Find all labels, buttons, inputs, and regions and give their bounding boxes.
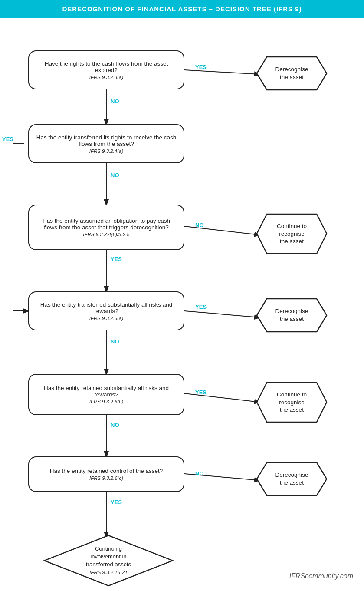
decision-box-5: Has the entity retained substantially al… (28, 374, 184, 415)
decision-box-2: Has the entity transferred its rights to… (28, 124, 184, 163)
outcome-continuing-involvement: Continuinginvolvement intransferred asse… (43, 535, 174, 587)
label-no-2: NO (111, 172, 119, 178)
label-yes-4: YES (195, 304, 207, 310)
label-no-6: NO (195, 470, 204, 477)
svg-line-6 (184, 70, 259, 74)
decision-box-4: Has the entity transferred substantially… (28, 291, 184, 330)
label-yes-3: YES (111, 256, 122, 262)
decision-box-3: Has the entity assumed an obligation to … (28, 205, 184, 250)
decision-box-6: Has the entity retained control of the a… (28, 456, 184, 492)
label-yes-1: YES (195, 64, 207, 70)
outcome-derecognise-3: Derecognisethe asset (256, 462, 328, 496)
label-yes-5: YES (195, 389, 207, 396)
outcome-continue-1: Continue torecognisethe asset (256, 213, 328, 254)
outcome-derecognise-2: Derecognisethe asset (256, 298, 328, 333)
decision-box-1: Have the rights to the cash flows from t… (28, 50, 184, 89)
outcome-derecognise-1: Derecognisethe asset (256, 56, 328, 91)
watermark: IFRScommunity.com (289, 572, 353, 580)
outcome-continue-2: Continue torecognisethe asset (256, 382, 328, 423)
label-no-1: NO (111, 98, 119, 105)
header: DERECOGNITION OF FINANCIAL ASSETS – DECI… (0, 0, 364, 18)
label-no-4: NO (111, 338, 119, 345)
label-no-3: NO (195, 222, 204, 228)
label-no-5: NO (111, 422, 119, 428)
label-yes-6: YES (111, 499, 122, 505)
svg-line-8 (184, 311, 259, 317)
label-yes-2: YES (2, 136, 13, 142)
